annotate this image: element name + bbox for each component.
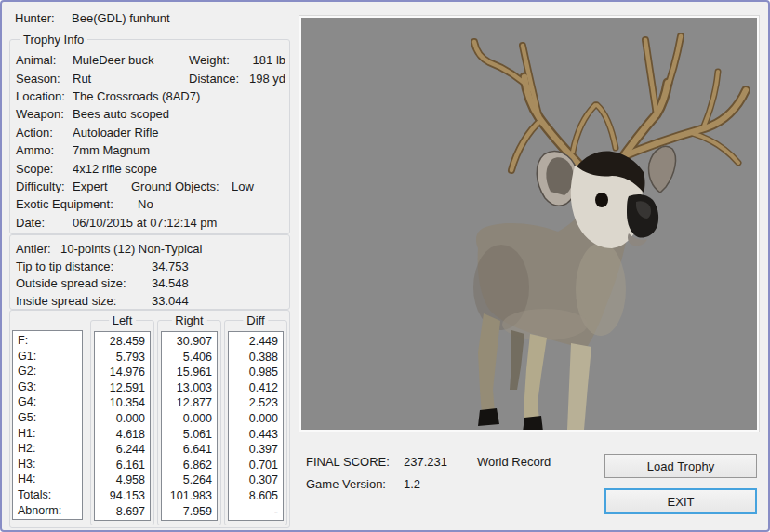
measure-label: G4: [13,394,82,410]
tip-to-tip-value: 34.753 [152,259,285,273]
hunter-label: Hunter: [15,11,72,25]
left-column-caption: Left [109,313,137,327]
trophy-info-rows: Animal: MuleDeer buck Weight: 181 lb Sea… [16,51,285,232]
measure-label: H4: [13,472,82,487]
diff-value: 8.605 [229,488,283,504]
action-label: Action: [16,126,73,140]
ammo-value: 7mm Magnum [73,143,285,157]
antler-groupbox: Antler: 10-points (12) Non-Typical Tip t… [9,234,290,310]
right-value: 15.961 [162,365,217,380]
scope-row: Scope: 4x12 rifle scope [16,159,285,177]
left-value: 6.161 [95,458,150,473]
ammo-label: Ammo: [16,143,73,157]
right-column-caption: Right [171,313,206,327]
diff-value: 0.412 [229,380,283,396]
hunter-value: Bee(GDL) funhunt [72,11,290,25]
final-score-label: FINAL SCORE: [306,455,404,469]
measure-label: Totals: [13,487,82,503]
outside-spread-value: 34.548 [152,276,285,290]
tip-to-tip-row: Tip to tip distance: 34.753 [16,258,285,275]
trophy-info-groupbox: Trophy Info Animal: MuleDeer buck Weight… [9,39,290,234]
left-value: 28.459 [95,334,150,350]
right-value: 7.959 [162,504,217,520]
trophy-info-caption: Trophy Info [20,33,87,47]
weapon-value: Bees auto scoped [73,107,285,121]
left-value: 6.244 [95,442,150,458]
animal-value: MuleDeer buck [73,53,189,67]
antler-value: 10-points (12) Non-Typical [60,242,285,256]
antler-label: Antler: [16,242,60,256]
measure-labels-listbox: F: G1: G2: G3: G4: G5: H1: H2: H3: H4: T… [12,330,83,520]
diff-value: - [229,504,283,520]
right-values-listbox: 30.907 5.406 15.961 13.003 12.877 0.000 … [161,331,218,521]
left-value: 94.153 [95,488,150,504]
action-row: Action: Autoloader Rifle [16,124,285,141]
antler-rows: Antler: 10-points (12) Non-Typical Tip t… [16,240,285,310]
difficulty-row: Difficulty: Expert Ground Objects: Low [16,178,285,195]
measure-label: G3: [13,379,82,395]
difficulty-label: Difficulty: [16,180,73,193]
difficulty-value: Expert [73,180,131,193]
measure-label: Abnorm: [13,503,82,519]
date-row: Date: 06/10/2015 at 07:12:14 pm [16,214,285,232]
right-value: 5.406 [162,350,217,366]
game-version-value: 1.2 [404,477,594,491]
load-trophy-button[interactable]: Load Trophy [604,454,757,478]
diff-value: 0.985 [229,365,283,380]
weapon-row: Weapon: Bees auto scoped [16,105,285,123]
diff-column-groupbox: Diff 2.449 0.388 0.985 0.412 2.523 0.000… [224,320,287,525]
distance-label: Distance: [189,72,239,86]
diff-value: 0.000 [229,411,283,427]
location-value: The Crossroads (8AD7) [73,89,285,103]
trophy-image-panel [299,16,759,432]
weapon-label: Weapon: [16,107,73,121]
right-value: 0.000 [162,411,217,427]
left-column-groupbox: Left 28.459 5.793 14.976 12.591 10.354 0… [90,320,154,525]
diff-value: 2.523 [229,395,283,411]
left-value: 4.618 [95,427,150,443]
measure-label: G2: [13,364,82,379]
action-value: Autoloader Rifle [73,126,285,140]
measure-label: G5: [13,410,82,426]
diff-value: 0.701 [229,458,283,473]
measure-label: H1: [13,426,82,442]
measure-label: H3: [13,457,82,472]
left-value: 4.958 [95,472,150,488]
mule-deer-render [301,18,757,430]
world-record-badge: World Record [477,455,594,469]
inside-spread-value: 33.044 [152,294,285,308]
animal-row: Animal: MuleDeer buck Weight: 181 lb [16,51,285,69]
inside-spread-row: Inside spread size: 33.044 [16,292,285,310]
final-score-value: 237.231 [404,455,477,469]
measure-label: H2: [13,441,82,457]
diff-value: 0.443 [229,427,283,443]
diff-value: 2.449 [229,334,283,350]
ground-objects-label: Ground Objects: [131,180,232,193]
outside-spread-row: Outside spread size: 34.548 [16,275,285,293]
antler-row: Antler: 10-points (12) Non-Typical [16,240,285,258]
exotic-label: Exotic Equipment: [16,197,138,211]
right-value: 5.061 [162,427,217,443]
right-value: 6.641 [162,442,217,458]
season-label: Season: [16,72,73,86]
right-column-groupbox: Right 30.907 5.406 15.961 13.003 12.877 … [157,320,221,525]
season-value: Rut [73,72,189,86]
location-row: Location: The Crossroads (8AD7) [16,87,285,105]
weight-value: 181 lb [230,53,285,67]
exit-button[interactable]: EXIT [604,488,757,514]
left-value: 0.000 [95,411,150,427]
outside-spread-label: Outside spread size: [16,276,152,290]
left-value: 8.697 [95,504,150,520]
exotic-row: Exotic Equipment: No [16,195,285,213]
tip-to-tip-label: Tip to tip distance: [16,259,152,273]
diff-value: 0.397 [229,442,283,458]
trophy-window: Hunter: Bee(GDL) funhunt Trophy Info Ani… [0,0,770,532]
date-value: 06/10/2015 at 07:12:14 pm [73,216,285,230]
scope-value: 4x12 rifle scope [73,162,285,176]
diff-column-caption: Diff [243,313,268,327]
left-value: 10.354 [95,395,150,411]
game-version-label: Game Version: [306,477,404,491]
left-values-listbox: 28.459 5.793 14.976 12.591 10.354 0.000 … [94,331,151,521]
scope-label: Scope: [16,162,73,176]
location-label: Location: [16,89,73,103]
